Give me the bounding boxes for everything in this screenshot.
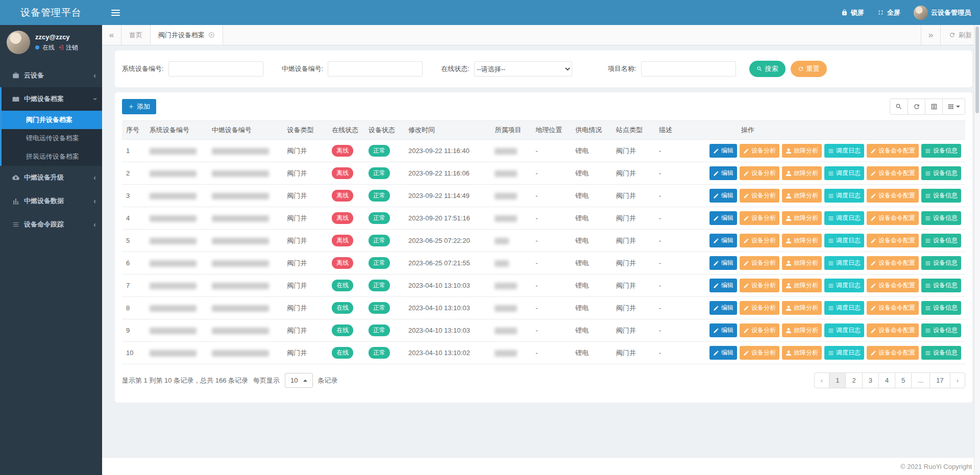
device-info-button[interactable]: 设备信息: [921, 144, 961, 158]
device-info-button[interactable]: 设备信息: [921, 234, 961, 247]
dispatch-log-button[interactable]: 调度日志: [824, 279, 864, 292]
device-command-config-button[interactable]: 设备命令配置: [867, 346, 919, 360]
scroll-tabs-left-button[interactable]: «: [102, 25, 121, 45]
scroll-tabs-right-button[interactable]: »: [921, 25, 940, 45]
page-button-2[interactable]: 2: [845, 372, 862, 388]
fault-analysis-button[interactable]: 故障分析: [782, 256, 822, 270]
tab-valve-well-archive[interactable]: 阀门井设备档案: [150, 25, 223, 45]
sidebar-item-command-tracking[interactable]: 设备命令跟踪 ‹: [0, 213, 102, 236]
page-ellipsis[interactable]: ...: [911, 372, 930, 388]
edit-button[interactable]: 编辑: [709, 234, 737, 247]
edit-button[interactable]: 编辑: [709, 279, 737, 292]
fault-analysis-button[interactable]: 故障分析: [782, 189, 822, 203]
sidebar-item-assembled-remote-archive[interactable]: 拼装远传设备档案: [2, 147, 102, 166]
logout-link[interactable]: 注销: [58, 43, 78, 52]
edit-button[interactable]: 编辑: [709, 346, 737, 360]
fault-analysis-button[interactable]: 故障分析: [782, 323, 822, 337]
edit-button[interactable]: 编辑: [709, 189, 737, 203]
device-command-config-button[interactable]: 设备命令配置: [867, 144, 919, 158]
device-info-button[interactable]: 设备信息: [921, 166, 961, 180]
device-info-button[interactable]: 设备信息: [921, 323, 961, 337]
device-analysis-button[interactable]: 设备分析: [740, 256, 779, 270]
fault-analysis-button[interactable]: 故障分析: [782, 211, 822, 225]
edit-button[interactable]: 编辑: [709, 144, 737, 158]
lock-screen-button[interactable]: 锁屏: [841, 8, 864, 17]
table-detail-view-button[interactable]: [925, 99, 942, 114]
prev-page-button[interactable]: ‹: [814, 372, 829, 388]
sidebar-toggle-button[interactable]: [102, 10, 129, 16]
next-page-button[interactable]: ›: [950, 372, 965, 388]
device-analysis-button[interactable]: 设备分析: [740, 189, 779, 203]
dispatch-log-button[interactable]: 调度日志: [824, 166, 864, 180]
search-button[interactable]: 搜索: [749, 61, 786, 77]
scrollbar-thumb[interactable]: [975, 27, 979, 113]
system-device-no-input[interactable]: [168, 61, 263, 77]
device-info-button[interactable]: 设备信息: [921, 256, 961, 270]
fault-analysis-button[interactable]: 故障分析: [782, 166, 822, 180]
table-columns-button[interactable]: [942, 99, 965, 114]
scrollbar[interactable]: [974, 25, 980, 475]
add-button[interactable]: 添加: [122, 99, 156, 114]
dispatch-log-button[interactable]: 调度日志: [824, 144, 864, 158]
page-size-dropdown[interactable]: 10: [285, 373, 312, 388]
device-command-config-button[interactable]: 设备命令配置: [867, 234, 919, 247]
sidebar-item-cloud-device[interactable]: 云设备 ‹: [0, 64, 102, 87]
device-command-config-button[interactable]: 设备命令配置: [867, 301, 919, 315]
page-button-17[interactable]: 17: [929, 372, 950, 388]
edit-button[interactable]: 编辑: [709, 256, 737, 270]
device-info-button[interactable]: 设备信息: [921, 189, 961, 203]
dispatch-log-button[interactable]: 调度日志: [824, 189, 864, 203]
project-name-input[interactable]: [641, 61, 736, 77]
edit-button[interactable]: 编辑: [709, 166, 737, 180]
device-command-config-button[interactable]: 设备命令配置: [867, 256, 919, 270]
fullscreen-button[interactable]: 全屏: [877, 8, 900, 17]
device-analysis-button[interactable]: 设备分析: [740, 166, 779, 180]
table-refresh-button[interactable]: [908, 99, 925, 114]
page-button-1[interactable]: 1: [829, 372, 846, 388]
dispatch-log-button[interactable]: 调度日志: [824, 256, 864, 270]
device-info-button[interactable]: 设备信息: [921, 301, 961, 315]
edit-button[interactable]: 编辑: [709, 301, 737, 315]
device-analysis-button[interactable]: 设备分析: [740, 301, 779, 315]
fault-analysis-button[interactable]: 故障分析: [782, 234, 822, 247]
close-tab-icon[interactable]: [208, 32, 215, 38]
fault-analysis-button[interactable]: 故障分析: [782, 301, 822, 315]
device-command-config-button[interactable]: 设备命令配置: [867, 279, 919, 292]
reset-button[interactable]: 重置: [791, 61, 827, 77]
device-command-config-button[interactable]: 设备命令配置: [867, 166, 919, 180]
device-analysis-button[interactable]: 设备分析: [740, 323, 779, 337]
fault-analysis-button[interactable]: 故障分析: [782, 279, 822, 292]
edit-button[interactable]: 编辑: [709, 323, 737, 337]
device-info-button[interactable]: 设备信息: [921, 279, 961, 292]
device-analysis-button[interactable]: 设备分析: [740, 211, 779, 225]
fault-analysis-button[interactable]: 故障分析: [782, 346, 822, 360]
sidebar-item-valve-well-archive[interactable]: 阀门井设备档案: [2, 111, 102, 129]
page-button-5[interactable]: 5: [895, 372, 912, 388]
device-command-config-button[interactable]: 设备命令配置: [867, 211, 919, 225]
sidebar-item-device-upgrade[interactable]: 中燃设备升级 ‹: [0, 166, 102, 189]
dispatch-log-button[interactable]: 调度日志: [824, 211, 864, 225]
zr-device-no-input[interactable]: [328, 61, 423, 77]
table-search-toggle-button[interactable]: [890, 99, 908, 114]
dispatch-log-button[interactable]: 调度日志: [824, 234, 864, 247]
device-analysis-button[interactable]: 设备分析: [740, 144, 779, 158]
sidebar-item-device-archive[interactable]: 中燃设备档案 ‹: [2, 87, 102, 111]
device-analysis-button[interactable]: 设备分析: [740, 346, 779, 360]
page-button-4[interactable]: 4: [878, 372, 895, 388]
device-info-button[interactable]: 设备信息: [921, 346, 961, 360]
device-analysis-button[interactable]: 设备分析: [740, 234, 779, 247]
dispatch-log-button[interactable]: 调度日志: [824, 346, 864, 360]
device-info-button[interactable]: 设备信息: [921, 211, 961, 225]
device-analysis-button[interactable]: 设备分析: [740, 279, 779, 292]
tab-home[interactable]: 首页: [121, 25, 150, 45]
device-command-config-button[interactable]: 设备命令配置: [867, 323, 919, 337]
dispatch-log-button[interactable]: 调度日志: [824, 301, 864, 315]
sidebar-item-device-data[interactable]: 中燃设备数据 ‹: [0, 189, 102, 213]
online-status-select[interactable]: --请选择--: [474, 61, 572, 77]
fault-analysis-button[interactable]: 故障分析: [782, 144, 822, 158]
device-command-config-button[interactable]: 设备命令配置: [867, 189, 919, 203]
page-button-3[interactable]: 3: [862, 372, 879, 388]
sidebar-item-lithium-remote-archive[interactable]: 锂电远传设备档案: [2, 129, 102, 147]
admin-menu[interactable]: 云设备管理员: [914, 6, 971, 20]
dispatch-log-button[interactable]: 调度日志: [824, 323, 864, 337]
